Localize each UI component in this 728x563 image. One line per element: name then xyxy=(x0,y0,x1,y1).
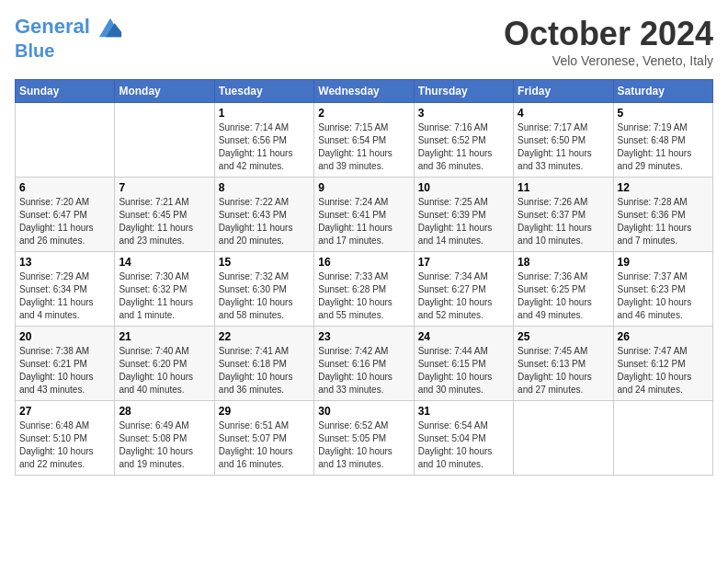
day-header-monday: Monday xyxy=(115,80,214,103)
day-number: 9 xyxy=(318,181,409,194)
day-number: 11 xyxy=(518,181,609,194)
logo: General Blue xyxy=(15,15,123,61)
day-header-saturday: Saturday xyxy=(613,80,712,103)
calendar-cell xyxy=(613,401,712,476)
days-header-row: SundayMondayTuesdayWednesdayThursdayFrid… xyxy=(16,80,713,103)
calendar-cell: 22Sunrise: 7:41 AM Sunset: 6:18 PM Dayli… xyxy=(214,327,313,401)
calendar-cell: 3Sunrise: 7:16 AM Sunset: 6:52 PM Daylig… xyxy=(414,103,513,178)
title-block: October 2024 Velo Veronese, Veneto, Ital… xyxy=(504,15,713,68)
calendar-cell: 12Sunrise: 7:28 AM Sunset: 6:36 PM Dayli… xyxy=(613,178,712,252)
day-info: Sunrise: 7:47 AM Sunset: 6:12 PM Dayligh… xyxy=(618,345,709,396)
day-number: 24 xyxy=(418,330,509,343)
calendar-table: SundayMondayTuesdayWednesdayThursdayFrid… xyxy=(15,79,713,476)
week-row-2: 6Sunrise: 7:20 AM Sunset: 6:47 PM Daylig… xyxy=(16,178,713,252)
day-number: 10 xyxy=(418,181,509,194)
day-info: Sunrise: 7:15 AM Sunset: 6:54 PM Dayligh… xyxy=(318,121,409,173)
calendar-cell: 30Sunrise: 6:52 AM Sunset: 5:05 PM Dayli… xyxy=(314,401,414,476)
calendar-cell: 5Sunrise: 7:19 AM Sunset: 6:48 PM Daylig… xyxy=(613,103,712,178)
day-info: Sunrise: 7:38 AM Sunset: 6:21 PM Dayligh… xyxy=(19,345,110,396)
calendar-cell: 8Sunrise: 7:22 AM Sunset: 6:43 PM Daylig… xyxy=(214,178,313,252)
day-info: Sunrise: 7:41 AM Sunset: 6:18 PM Dayligh… xyxy=(219,345,310,396)
day-info: Sunrise: 7:26 AM Sunset: 6:37 PM Dayligh… xyxy=(518,196,609,247)
day-number: 12 xyxy=(618,181,709,194)
calendar-cell: 17Sunrise: 7:34 AM Sunset: 6:27 PM Dayli… xyxy=(414,252,513,327)
calendar-cell: 7Sunrise: 7:21 AM Sunset: 6:45 PM Daylig… xyxy=(115,178,214,252)
calendar-cell: 9Sunrise: 7:24 AM Sunset: 6:41 PM Daylig… xyxy=(314,178,414,252)
day-info: Sunrise: 7:19 AM Sunset: 6:48 PM Dayligh… xyxy=(618,121,709,173)
day-info: Sunrise: 7:17 AM Sunset: 6:50 PM Dayligh… xyxy=(518,121,609,173)
day-number: 30 xyxy=(318,405,409,418)
day-number: 21 xyxy=(119,330,210,343)
day-number: 27 xyxy=(19,405,110,418)
day-number: 28 xyxy=(119,405,210,418)
day-info: Sunrise: 7:42 AM Sunset: 6:16 PM Dayligh… xyxy=(318,345,409,396)
calendar-cell: 29Sunrise: 6:51 AM Sunset: 5:07 PM Dayli… xyxy=(214,401,313,476)
day-info: Sunrise: 6:48 AM Sunset: 5:10 PM Dayligh… xyxy=(19,419,110,471)
day-info: Sunrise: 7:21 AM Sunset: 6:45 PM Dayligh… xyxy=(119,196,210,247)
week-row-1: 1Sunrise: 7:14 AM Sunset: 6:56 PM Daylig… xyxy=(16,103,713,178)
calendar-cell: 27Sunrise: 6:48 AM Sunset: 5:10 PM Dayli… xyxy=(16,401,115,476)
calendar-cell xyxy=(514,401,613,476)
day-info: Sunrise: 6:54 AM Sunset: 5:04 PM Dayligh… xyxy=(418,419,509,471)
calendar-cell: 11Sunrise: 7:26 AM Sunset: 6:37 PM Dayli… xyxy=(514,178,613,252)
day-number: 20 xyxy=(19,330,110,343)
calendar-cell: 31Sunrise: 6:54 AM Sunset: 5:04 PM Dayli… xyxy=(414,401,513,476)
day-header-tuesday: Tuesday xyxy=(214,80,313,103)
month-title: October 2024 xyxy=(504,15,713,53)
week-row-5: 27Sunrise: 6:48 AM Sunset: 5:10 PM Dayli… xyxy=(16,401,713,476)
day-info: Sunrise: 7:28 AM Sunset: 6:36 PM Dayligh… xyxy=(618,196,709,247)
day-info: Sunrise: 7:30 AM Sunset: 6:32 PM Dayligh… xyxy=(119,270,210,322)
calendar-cell: 25Sunrise: 7:45 AM Sunset: 6:13 PM Dayli… xyxy=(514,327,613,401)
day-info: Sunrise: 7:25 AM Sunset: 6:39 PM Dayligh… xyxy=(418,196,509,247)
day-number: 23 xyxy=(318,330,409,343)
day-info: Sunrise: 7:34 AM Sunset: 6:27 PM Dayligh… xyxy=(418,270,509,322)
day-number: 18 xyxy=(518,256,609,269)
day-header-friday: Friday xyxy=(514,80,613,103)
calendar-cell: 19Sunrise: 7:37 AM Sunset: 6:23 PM Dayli… xyxy=(613,252,712,327)
day-info: Sunrise: 7:37 AM Sunset: 6:23 PM Dayligh… xyxy=(618,270,709,322)
calendar-cell xyxy=(115,103,214,178)
calendar-cell: 20Sunrise: 7:38 AM Sunset: 6:21 PM Dayli… xyxy=(16,327,115,401)
calendar-cell: 1Sunrise: 7:14 AM Sunset: 6:56 PM Daylig… xyxy=(214,103,313,178)
calendar-cell: 14Sunrise: 7:30 AM Sunset: 6:32 PM Dayli… xyxy=(115,252,214,327)
calendar-cell: 10Sunrise: 7:25 AM Sunset: 6:39 PM Dayli… xyxy=(414,178,513,252)
day-number: 2 xyxy=(318,107,409,120)
calendar-cell: 4Sunrise: 7:17 AM Sunset: 6:50 PM Daylig… xyxy=(514,103,613,178)
location: Velo Veronese, Veneto, Italy xyxy=(504,53,713,68)
day-info: Sunrise: 7:40 AM Sunset: 6:20 PM Dayligh… xyxy=(119,345,210,396)
day-info: Sunrise: 7:36 AM Sunset: 6:25 PM Dayligh… xyxy=(518,270,609,322)
logo-text: General xyxy=(15,15,123,40)
day-number: 5 xyxy=(618,107,709,120)
calendar-cell: 28Sunrise: 6:49 AM Sunset: 5:08 PM Dayli… xyxy=(115,401,214,476)
day-info: Sunrise: 7:29 AM Sunset: 6:34 PM Dayligh… xyxy=(19,270,110,322)
day-header-thursday: Thursday xyxy=(414,80,513,103)
day-number: 17 xyxy=(418,256,509,269)
day-info: Sunrise: 6:49 AM Sunset: 5:08 PM Dayligh… xyxy=(119,419,210,471)
day-info: Sunrise: 7:33 AM Sunset: 6:28 PM Dayligh… xyxy=(318,270,409,322)
day-info: Sunrise: 7:44 AM Sunset: 6:15 PM Dayligh… xyxy=(418,345,509,396)
calendar-cell: 6Sunrise: 7:20 AM Sunset: 6:47 PM Daylig… xyxy=(16,178,115,252)
day-info: Sunrise: 7:14 AM Sunset: 6:56 PM Dayligh… xyxy=(219,121,310,173)
day-info: Sunrise: 6:52 AM Sunset: 5:05 PM Dayligh… xyxy=(318,419,409,471)
calendar-cell: 21Sunrise: 7:40 AM Sunset: 6:20 PM Dayli… xyxy=(115,327,214,401)
calendar-cell: 16Sunrise: 7:33 AM Sunset: 6:28 PM Dayli… xyxy=(314,252,414,327)
week-row-4: 20Sunrise: 7:38 AM Sunset: 6:21 PM Dayli… xyxy=(16,327,713,401)
calendar-cell: 24Sunrise: 7:44 AM Sunset: 6:15 PM Dayli… xyxy=(414,327,513,401)
day-number: 26 xyxy=(618,330,709,343)
day-number: 19 xyxy=(618,256,709,269)
day-info: Sunrise: 7:32 AM Sunset: 6:30 PM Dayligh… xyxy=(219,270,310,322)
day-number: 15 xyxy=(219,256,310,269)
day-info: Sunrise: 7:20 AM Sunset: 6:47 PM Dayligh… xyxy=(19,196,110,247)
day-number: 16 xyxy=(318,256,409,269)
calendar-cell: 2Sunrise: 7:15 AM Sunset: 6:54 PM Daylig… xyxy=(314,103,414,178)
day-header-wednesday: Wednesday xyxy=(314,80,414,103)
calendar-cell: 15Sunrise: 7:32 AM Sunset: 6:30 PM Dayli… xyxy=(214,252,313,327)
week-row-3: 13Sunrise: 7:29 AM Sunset: 6:34 PM Dayli… xyxy=(16,252,713,327)
day-number: 31 xyxy=(418,405,509,418)
day-info: Sunrise: 7:16 AM Sunset: 6:52 PM Dayligh… xyxy=(418,121,509,173)
day-number: 1 xyxy=(219,107,310,120)
calendar-cell: 13Sunrise: 7:29 AM Sunset: 6:34 PM Dayli… xyxy=(16,252,115,327)
logo-line2: Blue xyxy=(15,40,123,61)
day-number: 13 xyxy=(19,256,110,269)
day-number: 4 xyxy=(518,107,609,120)
